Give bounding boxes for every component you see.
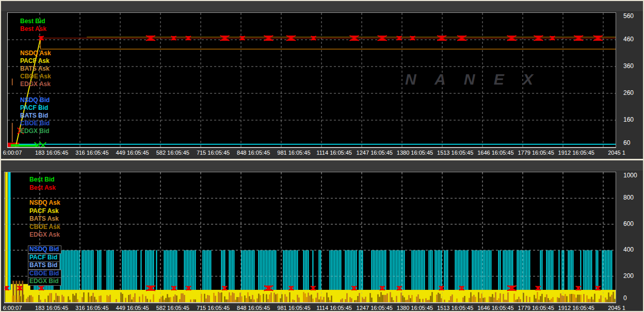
- y-tick-800: 800: [623, 194, 634, 201]
- nanex-window: Prices for eRXL on 05/02/2011 N A N E X …: [0, 0, 644, 312]
- x-tick-1: 183 16:05:45: [35, 305, 68, 311]
- y-tick-0: 0: [623, 294, 627, 302]
- x-tick-7: 981 16:05:45: [277, 150, 310, 156]
- x-tick-12: 1646 16:05:45: [477, 150, 513, 156]
- legend-bats-ask: BATS Ask: [20, 65, 50, 72]
- y-tick-200: 200: [623, 272, 634, 280]
- legend-nsdq-bid: NSDQ Bid: [20, 97, 50, 104]
- x-tick-1: 183 16:05:45: [35, 150, 68, 156]
- legend-edgx-ask: EDGX Ask: [29, 232, 60, 238]
- x-tick-13: 1779 16:05:45: [518, 305, 554, 311]
- legend-bats-ask: BATS Ask: [29, 216, 59, 222]
- legend-cboe-ask: CBOE Ask: [29, 224, 60, 231]
- x-tick-10: 1380 16:05:45: [397, 305, 433, 311]
- y-tick-1000: 1000: [623, 172, 637, 179]
- x-tick-4: 582 16:05:45: [156, 305, 189, 311]
- legend-pacf-bid: PACF Bid: [20, 105, 48, 111]
- x-tick-4: 582 16:05:45: [156, 150, 189, 156]
- x-tick-13: 1779 16:05:45: [518, 150, 554, 156]
- y-tick-600: 600: [623, 220, 634, 227]
- legend-cboe-bid: CBOE Bid: [20, 120, 50, 127]
- x-tick-0: 6:00:07: [3, 150, 22, 156]
- y-tick-60: 60: [623, 139, 630, 146]
- legend-best-ask: Best Ask: [29, 185, 56, 191]
- legend-nsdq-ask: NSDQ Ask: [29, 200, 60, 206]
- x-tick-5: 715 16:05:45: [197, 305, 230, 311]
- legend-bats-bid: BATS Bid: [20, 112, 48, 119]
- legend-edgx-bid: EDGX Bid: [20, 128, 50, 135]
- legend-bats-bid: BATS Bid: [28, 261, 60, 270]
- legend-nsdq-bid: NSDQ Bid: [28, 245, 61, 254]
- y-tick-400: 400: [623, 246, 634, 253]
- x-tick-2: 316 16:05:45: [75, 150, 108, 156]
- legend-edgx-ask: EDGX Ask: [20, 81, 51, 88]
- x-tick-12: 1646 16:05:45: [477, 305, 513, 311]
- legend-best-bid: Best Bid: [20, 18, 45, 25]
- x-tick-5: 715 16:05:45: [197, 150, 230, 156]
- legend-pacf-bid: PACF Bid: [28, 254, 60, 262]
- size-y-axis: 10008006004002000: [618, 172, 643, 302]
- legend-cboe-bid: CBOE Bid: [28, 270, 61, 278]
- x-tick-9: 1247 16:05:45: [357, 305, 393, 311]
- x-tick-6: 848 16:05:45: [237, 305, 270, 311]
- x-tick-6: 848 16:05:45: [237, 150, 270, 156]
- price-y-axis: 56046036026016060: [618, 12, 643, 146]
- x-tick-11: 1513 16:05:45: [437, 305, 473, 311]
- x-tick-0: 6:00:07: [3, 305, 22, 311]
- y-tick-260: 260: [623, 89, 634, 96]
- x-tick-15: 2045 1: [608, 305, 625, 311]
- x-tick-7: 981 16:05:45: [277, 305, 310, 311]
- price-chart-plot[interactable]: N A N E X Best BidBest AskNSDQ AskPACF A…: [7, 12, 616, 148]
- y-tick-560: 560: [623, 12, 634, 20]
- x-tick-2: 316 16:05:45: [75, 305, 108, 311]
- legend-best-bid: Best Bid: [29, 176, 55, 183]
- legend-pacf-ask: PACF Ask: [20, 58, 50, 64]
- legend-pacf-ask: PACF Ask: [29, 208, 59, 215]
- x-tick-10: 1380 16:05:45: [397, 150, 433, 156]
- size-chart-canvas: [5, 172, 616, 302]
- legend-edgx-bid: EDGX Bid: [28, 277, 61, 286]
- y-tick-160: 160: [623, 116, 634, 123]
- x-tick-11: 1513 16:05:45: [437, 150, 473, 156]
- nanex-watermark: N A N E X: [405, 71, 540, 88]
- size-chart-plot[interactable]: Best BidBest AskNSDQ AskPACF AskBATS Ask…: [4, 172, 616, 303]
- x-tick-9: 1247 16:05:45: [357, 150, 393, 156]
- x-tick-8: 1114 16:05:45: [316, 305, 352, 311]
- y-tick-360: 360: [623, 62, 634, 70]
- x-tick-3: 449 16:05:45: [116, 150, 149, 156]
- x-tick-15: 2045 1: [608, 150, 625, 156]
- x-tick-3: 449 16:05:45: [116, 305, 149, 311]
- legend-best-ask: Best Ask: [20, 26, 46, 32]
- y-tick-460: 460: [623, 36, 634, 43]
- legend-nsdq-ask: NSDQ Ask: [20, 50, 51, 57]
- size-panel-titlebar: Sizes for eRXL on 05/02/2011: [1, 160, 643, 171]
- size-x-axis: 6:00:07183 16:05:45316 16:05:45449 16:05…: [1, 303, 644, 312]
- x-tick-8: 1114 16:05:45: [316, 150, 352, 156]
- x-tick-14: 1912 16:05:45: [558, 305, 594, 311]
- price-panel-titlebar: Prices for eRXL on 05/02/2011: [1, 1, 643, 12]
- price-x-axis: 6:00:07183 16:05:45316 16:05:45449 16:05…: [1, 147, 644, 158]
- legend-cboe-ask: CBOE Ask: [20, 73, 51, 80]
- x-tick-14: 1912 16:05:45: [558, 150, 594, 156]
